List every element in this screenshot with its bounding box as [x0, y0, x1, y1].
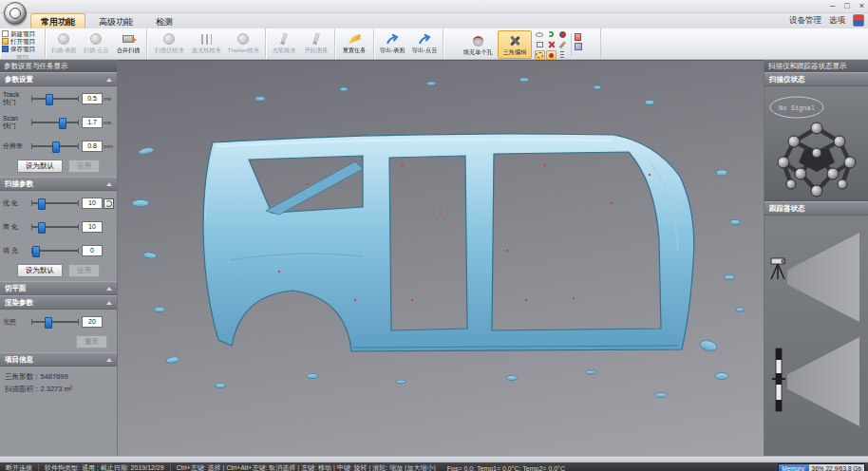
list-options-icon[interactable] — [557, 50, 568, 60]
fill-slider[interactable] — [31, 250, 79, 252]
set-default-button[interactable]: 设为默认 — [17, 264, 63, 277]
track-shutter-label: Track快门 — [3, 91, 28, 106]
fill-value[interactable]: 0 — [82, 245, 103, 256]
close-button[interactable]: × — [859, 0, 864, 12]
laser-calibration-label: 激光线校准 — [192, 47, 221, 53]
optimize-refresh-button[interactable] — [104, 198, 114, 209]
tracker-device-icon — [237, 33, 249, 45]
dongle-info: 软件狗类型: 通用 ; 截止日期: 2019/12/29 — [39, 463, 170, 471]
scan-pointcloud-button[interactable]: 扫描-点云 — [80, 29, 111, 56]
laser-calibration-button[interactable]: 激光线校准 — [188, 29, 224, 56]
save-project-label: 保存项目 — [10, 46, 35, 52]
export-pointcloud-button[interactable]: 导出-点云 — [409, 29, 442, 56]
scan-shutter-unit: ms — [103, 120, 114, 125]
scan-pointcloud-label: 扫描-点云 — [84, 47, 109, 53]
bottom-strip — [0, 456, 868, 462]
collapse-arrow-icon — [106, 78, 112, 82]
resolution-slider[interactable] — [31, 145, 79, 147]
lighting-value[interactable]: 20 — [82, 316, 103, 328]
reset-task-button[interactable]: 重置任务 — [338, 29, 370, 56]
edit-pencil-icon[interactable] — [557, 40, 568, 49]
lighting-slider[interactable] — [31, 321, 79, 323]
new-project-label: 新建项目 — [10, 30, 35, 37]
set-default-button[interactable]: 设为默认 — [17, 160, 63, 173]
reset-button[interactable]: 重置 — [76, 335, 107, 349]
section-header-scan-parameters[interactable]: 扫描参数 — [0, 177, 117, 191]
merge-scan-button[interactable]: 合并扫描 — [113, 29, 144, 56]
menu-options[interactable]: 选项 — [829, 15, 845, 27]
scan-area-line: 扫描面积：2.3273 m² — [5, 383, 112, 395]
export-surface-button[interactable]: 导出-表面 — [376, 29, 408, 56]
selection-tool-grid — [535, 29, 568, 60]
section-header-tracker-status[interactable]: 跟踪器状态 — [764, 201, 868, 216]
maximize-button[interactable]: □ — [844, 0, 849, 12]
scan-shutter-slider[interactable] — [31, 122, 79, 123]
no-signal-text: No Signal — [779, 104, 815, 112]
connection-status[interactable]: 断开连接 — [0, 463, 38, 471]
optimize-slider[interactable] — [31, 202, 79, 204]
scan-shutter-value[interactable]: 1.7 — [82, 117, 103, 128]
lighting-label: 光照 — [3, 318, 28, 326]
record-icon[interactable] — [557, 29, 568, 39]
simplify-value[interactable]: 10 — [82, 221, 103, 233]
tab-advanced-functions[interactable]: 高级功能 — [89, 14, 142, 28]
apply-button[interactable]: 应用 — [68, 264, 100, 277]
viewport-3d[interactable] — [118, 60, 764, 456]
scanner-icon — [58, 33, 69, 45]
fill-hole-icon — [473, 36, 483, 47]
tracker-fov-cone — [787, 337, 859, 426]
tracker-calibration-button[interactable]: Tracker校准 — [225, 29, 261, 56]
scanner-calibration-button[interactable]: 扫描仪校准 — [151, 29, 187, 56]
right-panel-title: 扫描仪和跟踪器状态显示 — [764, 60, 868, 72]
window-controls: – □ × — [830, 0, 864, 12]
open-project-label: 打开项目 — [10, 38, 35, 45]
resolution-value[interactable]: 0.8 — [82, 141, 103, 152]
track-shutter-slider[interactable] — [31, 98, 79, 100]
new-project-button[interactable]: 新建项目 — [2, 29, 35, 37]
optimize-value[interactable]: 10 — [82, 198, 103, 209]
open-project-button[interactable]: 打开项目 — [2, 37, 35, 45]
title-bar: – □ × — [0, 0, 868, 13]
save-project-button[interactable]: 保存项目 — [2, 45, 35, 52]
probe-calibration-button[interactable]: 光笔校准 — [268, 29, 300, 56]
ribbon-group-project: 新建项目 打开项目 保存项目 项目 — [0, 28, 46, 59]
apply-button[interactable]: 应用 — [68, 160, 100, 173]
start-measure-button[interactable]: 开始测量 — [301, 29, 333, 56]
menu-device-management[interactable]: 设备管理 — [789, 15, 821, 27]
section-header-project-info[interactable]: 项目信息 — [0, 352, 117, 367]
tab-common-functions[interactable]: 常用功能 — [30, 13, 85, 28]
fill-single-hole-button[interactable]: 填充单个孔 — [461, 31, 497, 58]
delete-selection-icon[interactable] — [546, 40, 557, 49]
scanner-status-label: 扫描仪状态 — [769, 73, 805, 85]
section-header-parameter-settings[interactable]: 参数设置 — [0, 72, 117, 86]
scan-surface-button[interactable]: 扫描-表面 — [47, 29, 79, 56]
rectangle-select-icon[interactable] — [535, 40, 545, 49]
probe-pen-icon — [312, 33, 320, 46]
refresh-icon[interactable] — [546, 29, 557, 39]
crossed-tools-icon — [509, 35, 520, 47]
app-logo-icon[interactable] — [4, 2, 27, 25]
export-pointcloud-label: 导出-点云 — [412, 47, 438, 53]
group-label-probe-workspace: 光笔工作区 — [266, 57, 334, 59]
car-body-scan — [118, 61, 764, 456]
brush-select-icon[interactable] — [546, 50, 557, 60]
help-icon[interactable] — [853, 14, 864, 27]
group-label-project: 项目 — [0, 53, 45, 59]
section-header-render-parameters[interactable]: 渲染参数 — [0, 295, 117, 310]
tracker-camera-icon — [768, 254, 789, 282]
tab-inspection[interactable]: 检测 — [146, 14, 182, 28]
track-shutter-value[interactable]: 0.5 — [82, 93, 103, 104]
zoom-selection-icon[interactable] — [575, 43, 582, 50]
visibility-toggle-icon[interactable] — [535, 29, 545, 39]
trash-icon[interactable] — [575, 33, 582, 41]
minimize-button[interactable]: – — [830, 0, 835, 12]
new-document-icon — [2, 30, 9, 37]
scan-parameters-label: 扫描参数 — [5, 178, 33, 190]
lasso-select-icon[interactable] — [535, 50, 545, 60]
simplify-slider[interactable] — [31, 226, 79, 228]
section-header-cut-plane[interactable]: 切平面 — [0, 281, 117, 295]
triangle-count-line: 三角形数：5487699 — [5, 370, 112, 383]
ribbon-group-scan: 扫描-表面 扫描-点云 合并扫描 扫描 — [46, 28, 147, 59]
triangle-edit-button[interactable]: 三角编辑 — [498, 30, 532, 59]
section-header-scanner-status[interactable]: 扫描仪状态 — [764, 72, 868, 86]
